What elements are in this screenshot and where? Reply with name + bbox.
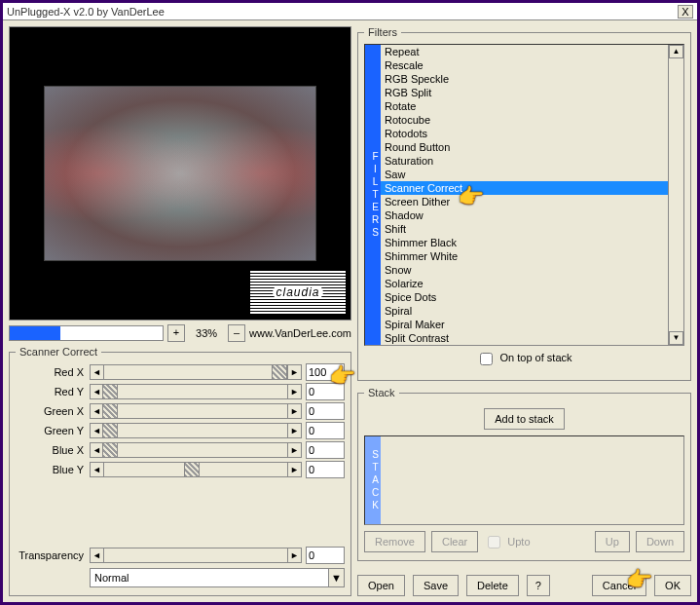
arrow-right-icon[interactable]: ► <box>287 548 301 562</box>
delete-button[interactable]: Delete <box>466 575 519 596</box>
list-item[interactable]: Spiral Maker <box>381 318 668 331</box>
param-label: Blue Y <box>16 464 86 475</box>
progress-bar <box>9 325 164 341</box>
arrow-left-icon[interactable]: ◄ <box>91 365 104 379</box>
chevron-down-icon[interactable]: ▼ <box>328 569 344 586</box>
help-button[interactable]: ? <box>527 575 550 596</box>
scroll-up-icon[interactable]: ▲ <box>669 45 683 58</box>
list-item[interactable]: Solarize <box>381 277 668 290</box>
list-item[interactable]: Spice Dots <box>381 290 668 304</box>
list-item[interactable]: Rotodots <box>381 127 668 140</box>
on-top-label: On top of stack <box>500 352 572 363</box>
blend-mode-combo[interactable]: Normal ▼ <box>90 568 345 587</box>
zoom-out-button[interactable]: – <box>228 324 245 342</box>
upto-checkbox[interactable] <box>488 536 500 548</box>
list-item[interactable]: Shift <box>381 222 668 236</box>
slider-thumb[interactable] <box>272 365 287 379</box>
filters-group: Filters FILTERS RepeatRescaleRGB Speckle… <box>357 26 691 381</box>
arrow-right-icon[interactable]: ► <box>287 424 301 437</box>
list-item[interactable]: Saturation <box>381 154 668 168</box>
arrow-right-icon[interactable]: ► <box>287 385 301 398</box>
list-item[interactable]: Shadow <box>381 208 668 222</box>
param-value[interactable]: 0 <box>306 461 345 478</box>
zoom-in-button[interactable]: + <box>167 324 185 342</box>
list-item[interactable]: Scanner Correct <box>381 181 668 195</box>
arrow-right-icon[interactable]: ► <box>287 463 301 476</box>
list-item[interactable]: Rotocube <box>381 113 668 127</box>
open-button[interactable]: Open <box>357 575 405 596</box>
param-label: Blue X <box>16 444 86 456</box>
param-slider[interactable]: ◄► <box>90 384 302 399</box>
preview-pane: claudia <box>9 26 351 321</box>
filter-params-group: Scanner Correct Red X◄►100Red Y◄►0Green … <box>9 346 351 596</box>
window-title: UnPlugged-X v2.0 by VanDerLee <box>7 6 678 18</box>
param-row: Green Y◄►0 <box>16 422 345 439</box>
ok-button[interactable]: OK <box>654 575 691 596</box>
list-item[interactable]: Split Contrast <box>381 331 668 345</box>
clear-button[interactable]: Clear <box>431 531 478 552</box>
filters-sidebar-label: FILTERS <box>365 45 381 345</box>
stack-group: Stack Add to stack STACK Remove Clear Up… <box>357 387 691 561</box>
scroll-down-icon[interactable]: ▼ <box>669 331 683 345</box>
param-value[interactable]: 0 <box>306 383 345 400</box>
param-value[interactable]: 0 <box>306 441 345 459</box>
close-button[interactable]: X <box>678 5 693 19</box>
slider-thumb[interactable] <box>102 424 118 437</box>
param-label: Green X <box>16 405 86 417</box>
remove-button[interactable]: Remove <box>364 531 425 552</box>
param-slider[interactable]: ◄► <box>90 403 302 419</box>
list-item[interactable]: Shimmer White <box>381 249 668 263</box>
param-slider[interactable]: ◄► <box>90 442 302 458</box>
zoom-row: + 33% – www.VanDerLee.com <box>9 324 351 342</box>
param-label: Green Y <box>16 425 86 436</box>
stack-sidebar-label: STACK <box>365 436 381 524</box>
param-value[interactable]: 0 <box>306 402 345 420</box>
transparency-slider[interactable]: ◄ ► <box>90 548 302 563</box>
stack-buttons: Remove Clear Upto Up Down <box>364 525 684 552</box>
param-value[interactable]: 0 <box>306 422 345 439</box>
list-item[interactable]: Saw <box>381 168 668 181</box>
watermark: claudia <box>249 269 347 316</box>
param-row: Red Y◄►0 <box>16 383 345 400</box>
list-item[interactable]: Repeat <box>381 45 668 58</box>
slider-thumb[interactable] <box>102 385 118 398</box>
filters-listbox[interactable]: RepeatRescaleRGB SpeckleRGB SplitRotateR… <box>381 45 668 345</box>
list-item[interactable]: Spiral <box>381 304 668 318</box>
param-slider[interactable]: ◄► <box>90 462 302 477</box>
arrow-right-icon[interactable]: ► <box>287 365 301 379</box>
down-button[interactable]: Down <box>636 531 684 552</box>
slider-thumb[interactable] <box>102 404 118 418</box>
titlebar: UnPlugged-X v2.0 by VanDerLee X <box>3 3 697 20</box>
param-value[interactable]: 100 <box>306 363 345 381</box>
list-item[interactable]: Round Button <box>381 140 668 154</box>
list-item[interactable]: Shimmer Black <box>381 236 668 249</box>
cancel-button[interactable]: Cancel <box>592 575 646 596</box>
slider-thumb[interactable] <box>102 443 118 457</box>
upto-label: Upto <box>507 536 530 548</box>
zoom-percent: 33% <box>189 327 224 339</box>
list-item[interactable]: Rotate <box>381 99 668 113</box>
list-item[interactable]: Rescale <box>381 58 668 72</box>
param-row: Blue Y◄►0 <box>16 461 345 478</box>
list-item[interactable]: RGB Split <box>381 86 668 99</box>
arrow-left-icon[interactable]: ◄ <box>91 463 104 476</box>
up-button[interactable]: Up <box>595 531 630 552</box>
arrow-left-icon[interactable]: ◄ <box>91 548 104 562</box>
arrow-right-icon[interactable]: ► <box>287 404 301 418</box>
on-top-checkbox[interactable] <box>480 353 493 365</box>
list-item[interactable]: RGB Speckle <box>381 72 668 86</box>
save-button[interactable]: Save <box>413 575 459 596</box>
param-row: Blue X◄►0 <box>16 441 345 459</box>
transparency-value[interactable]: 0 <box>306 547 345 564</box>
arrow-right-icon[interactable]: ► <box>287 443 301 457</box>
list-item[interactable]: Snow <box>381 263 668 277</box>
slider-thumb[interactable] <box>184 463 200 476</box>
stack-list[interactable]: STACK <box>364 435 684 525</box>
add-to-stack-button[interactable]: Add to stack <box>484 408 565 430</box>
param-row: Green X◄►0 <box>16 402 345 420</box>
param-slider[interactable]: ◄► <box>90 364 302 380</box>
list-item[interactable]: Screen Dither <box>381 195 668 208</box>
param-slider[interactable]: ◄► <box>90 423 302 438</box>
on-top-row: On top of stack <box>364 346 684 372</box>
scrollbar[interactable]: ▲ ▼ <box>668 45 683 345</box>
